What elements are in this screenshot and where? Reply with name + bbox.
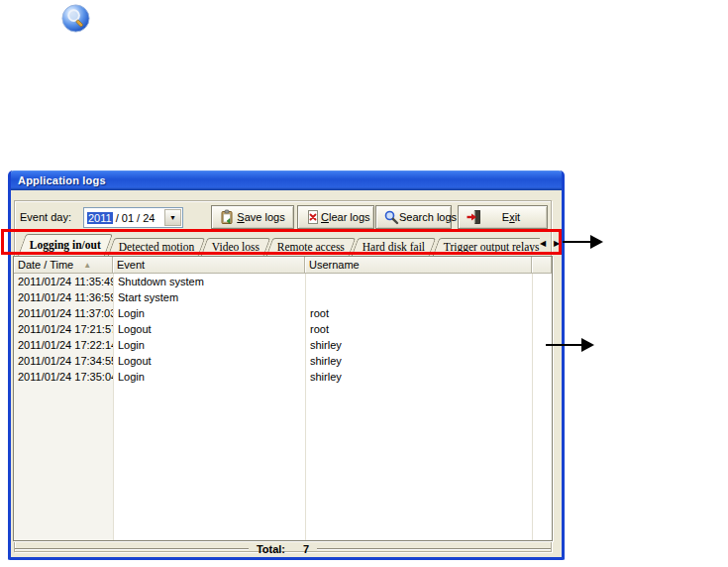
event-day-combobox[interactable]: 2011 / 01 / 24 ▼ [83,207,183,228]
cell-username: shirley [305,355,532,367]
tab-strip: Logging in/outDetected motionVideo lossR… [14,233,540,256]
cell-datetime: 2011/01/24 17:34:55 [14,355,113,367]
window-content: Event day: 2011 / 01 / 24 ▼ Save logs [11,190,562,554]
log-table: Date / Time ▲ Event Username 2011/01/24 … [13,256,553,541]
divider-line [15,548,249,550]
save-logs-icon [219,209,235,225]
clear-logs-icon [305,209,321,225]
total-bar: Total: 7 [15,543,551,554]
tab-label: Trigger output relays [443,239,539,256]
tab-logging-in-out[interactable]: Logging in/out [18,234,113,256]
cell-event: Start system [113,291,305,303]
divider-line [317,548,551,550]
table-row[interactable]: 2011/01/24 17:34:55Logoutshirley [14,353,552,369]
combobox-dropdown-button[interactable]: ▼ [164,209,181,226]
clear-logs-button[interactable]: Clear logs [297,205,374,229]
cell-event: Login [113,307,305,319]
exit-icon [466,209,481,225]
column-header-date-time[interactable]: Date / Time ▲ [14,257,113,274]
cell-username: shirley [305,371,532,383]
column-header-username[interactable]: Username [305,257,532,274]
arrow-head-icon [581,338,594,352]
application-logs-window: Application logs Event day: 2011 / 01 / … [8,170,565,560]
table-row[interactable]: 2011/01/24 11:35:49Shutdown system [14,274,552,289]
cell-datetime: 2011/01/24 11:37:03 [14,307,113,319]
cell-event: Login [113,339,305,351]
date-year-selected: 2011 [87,212,113,224]
date-rest: / 01 / 24 [113,212,156,224]
column-header-event[interactable]: Event [113,257,305,274]
cell-event: Logout [113,323,305,335]
tab-detected-motion[interactable]: Detected motion [108,238,206,256]
tab-scroll-left-button[interactable]: ◀ [540,239,546,248]
tab-label: Hard disk fail [363,239,425,256]
save-logs-label: Save logs [235,211,287,223]
tab-remote-access[interactable]: Remote access [266,238,357,256]
log-table-header: Date / Time ▲ Event Username [14,257,552,274]
tab-trigger-output-relays[interactable]: Trigger output relays [432,238,540,256]
tab-label: Remote access [277,239,345,256]
cell-event: Logout [113,355,305,367]
tab-label: Logging in/out [30,235,101,256]
total-label: Total: [257,543,285,555]
table-row[interactable]: 2011/01/24 17:22:14Loginshirley [14,337,552,353]
cell-event: Login [113,371,305,383]
cell-username: root [305,307,532,319]
cell-datetime: 2011/01/24 17:21:57 [14,323,113,335]
tab-hard-disk-fail[interactable]: Hard disk fail [352,238,437,256]
search-logs-label: Search logs [399,211,457,223]
search-logs-icon [383,209,399,225]
search-logs-button[interactable]: Search logs [375,205,452,229]
window-title: Application logs [18,174,106,186]
sort-ascending-icon: ▲ [83,261,91,270]
table-row[interactable]: 2011/01/24 17:35:04Loginshirley [14,369,552,385]
arrow-head-icon [590,235,603,249]
save-logs-button[interactable]: Save logs [211,205,294,229]
column-header-filler [532,257,552,274]
exit-button[interactable]: Exit [458,205,548,229]
cell-datetime: 2011/01/24 11:35:49 [14,276,113,287]
tab-label: Detected motion [119,239,194,256]
column-header-label: Username [309,259,360,271]
log-table-body[interactable]: 2011/01/24 11:35:49Shutdown system2011/0… [14,274,552,385]
cell-datetime: 2011/01/24 11:36:59 [14,291,113,303]
total-value: 7 [303,543,309,555]
page: Application logs Event day: 2011 / 01 / … [0,0,728,567]
search-logs-app-icon[interactable] [60,3,91,34]
exit-label: Exit [481,211,541,223]
column-header-label: Event [117,259,145,271]
table-row[interactable]: 2011/01/24 17:21:57Logoutroot [14,321,552,337]
tab-scroll-right-button[interactable]: ▶ [554,239,560,248]
cell-username: shirley [305,339,532,351]
cell-datetime: 2011/01/24 17:35:04 [14,371,113,383]
tab-video-loss[interactable]: Video loss [201,238,271,256]
table-row[interactable]: 2011/01/24 11:37:03Loginroot [14,305,552,321]
event-day-label: Event day: [20,211,71,223]
table-row[interactable]: 2011/01/24 11:36:59Start system [14,289,552,305]
magnifier-sphere-icon [60,3,91,34]
chevron-down-icon: ▼ [169,214,176,221]
cell-event: Shutdown system [113,276,305,287]
arrow-shaft [563,241,592,243]
clear-logs-label: Clear logs [321,211,370,223]
cell-username: root [305,323,532,335]
column-header-label: Date / Time [18,259,73,271]
tab-label: Video loss [212,239,260,256]
window-titlebar[interactable]: Application logs [11,170,562,190]
cell-datetime: 2011/01/24 17:22:14 [14,339,113,351]
